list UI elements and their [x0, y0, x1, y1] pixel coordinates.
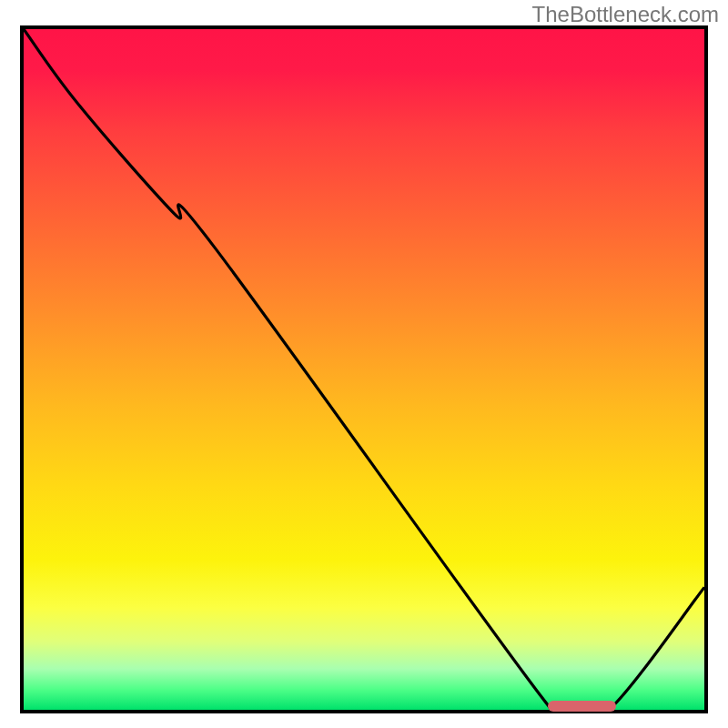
plot-area	[20, 25, 708, 713]
chart-container: TheBottleneck.com	[0, 0, 728, 728]
bottleneck-curve	[24, 29, 704, 710]
optimal-range-marker	[548, 701, 616, 712]
watermark-text: TheBottleneck.com	[532, 2, 719, 27]
